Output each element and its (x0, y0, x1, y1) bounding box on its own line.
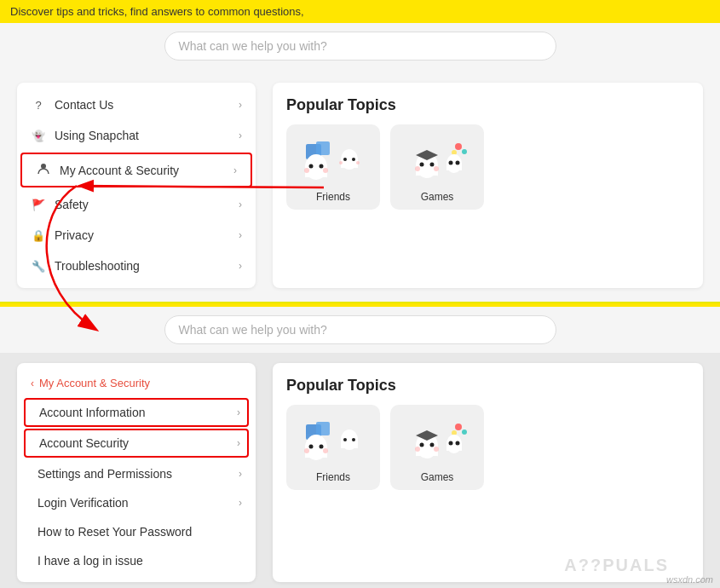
chevron-icon: › (239, 497, 242, 509)
friends-ghost-svg (299, 140, 367, 191)
sub-menu-item-reset-password[interactable]: How to Reset Your Password (17, 517, 256, 546)
svg-point-8 (320, 164, 324, 169)
reset-password-label: How to Reset Your Password (37, 525, 192, 539)
svg-rect-31 (423, 155, 430, 159)
games-label: Games (421, 191, 454, 203)
svg-point-17 (339, 161, 343, 164)
account-icon (36, 163, 51, 177)
my-account-label: My Account & Security (60, 164, 179, 177)
svg-point-43 (320, 445, 324, 449)
sub-menu-item-log-issue[interactable]: I have a log in issue (17, 546, 256, 575)
breadcrumb-row[interactable]: ‹ My Account & Security (17, 370, 256, 396)
back-chevron-icon: ‹ (31, 378, 34, 389)
lock-icon: 🔒 (31, 229, 46, 242)
svg-rect-2 (316, 141, 330, 155)
svg-rect-47 (341, 440, 358, 448)
snapchat-icon: 👻 (31, 130, 46, 142)
bottom-left-menu: ‹ My Account & Security Account Informat… (17, 363, 256, 582)
top-section: Discover tips and tricks, find answers t… (0, 0, 720, 302)
safety-label: Safety (55, 198, 89, 211)
top-main-content: ? Contact Us › 👻 Using Snapchat › (0, 69, 720, 302)
svg-point-35 (456, 161, 460, 165)
svg-rect-64 (423, 435, 430, 439)
login-verification-label: Login Verification (37, 496, 129, 510)
chevron-icon: › (233, 164, 237, 176)
account-information-label: Account Information (39, 406, 146, 419)
svg-point-61 (415, 447, 420, 452)
bottom-friends-label: Friends (316, 471, 350, 483)
svg-point-18 (356, 161, 360, 164)
flag-icon: 🚩 (31, 199, 46, 211)
svg-point-28 (415, 166, 420, 171)
menu-item-troubleshooting[interactable]: 🔧 Troubleshooting › (17, 251, 256, 281)
bottom-section: What can we help you with? ‹ My Account … (0, 307, 720, 588)
bottom-games-label: Games (421, 471, 454, 483)
svg-point-52 (455, 424, 462, 430)
menu-item-using-snapchat[interactable]: 👻 Using Snapchat › (17, 120, 256, 151)
menu-item-safety[interactable]: 🚩 Safety › (17, 189, 256, 220)
svg-rect-66 (446, 444, 462, 451)
wrench-icon: 🔧 (31, 260, 46, 273)
menu-item-contact-us[interactable]: ? Contact Us › (17, 89, 256, 120)
svg-point-20 (462, 149, 467, 154)
bottom-popular-topics-title: Popular Topics (286, 377, 689, 395)
bottom-search-container: What can we help you with? (0, 307, 720, 353)
svg-point-68 (456, 441, 460, 446)
svg-point-10 (323, 168, 328, 173)
svg-point-34 (449, 161, 453, 165)
chevron-icon: › (239, 229, 242, 241)
sub-menu-item-login-verification[interactable]: Login Verification › (17, 488, 256, 517)
bottom-topic-card-friends[interactable]: Friends (286, 405, 380, 490)
watermark: wsxdn.com (666, 574, 713, 585)
top-search-placeholder: What can we help you with? (179, 39, 327, 53)
top-popular-topics: Popular Topics (273, 83, 703, 288)
svg-point-45 (323, 448, 328, 453)
svg-point-29 (434, 166, 439, 171)
troubleshooting-label: Troubleshooting (55, 259, 140, 273)
settings-permissions-label: Settings and Permissions (37, 467, 172, 481)
appuals-watermark: A??PUALS (564, 556, 669, 575)
chevron-icon: › (239, 260, 242, 272)
log-issue-label: I have a log in issue (37, 554, 143, 568)
contact-us-label: Contact Us (55, 98, 113, 112)
bottom-popular-topics: Popular Topics (273, 363, 703, 582)
question-icon: ? (31, 99, 46, 112)
sub-menu-item-settings-permissions[interactable]: Settings and Permissions › (17, 459, 256, 488)
sub-menu-item-account-security[interactable]: Account Security › (24, 429, 249, 458)
top-search-bar[interactable]: What can we help you with? (164, 32, 556, 61)
bottom-main-content: ‹ My Account & Security Account Informat… (0, 353, 720, 588)
topic-card-games[interactable]: Games (390, 124, 484, 210)
chevron-icon: › (239, 199, 242, 210)
bottom-friends-ghost-svg (299, 420, 367, 471)
svg-point-26 (420, 163, 424, 167)
bottom-games-ghost-svg (403, 420, 471, 471)
bottom-topic-card-games[interactable]: Games (390, 405, 484, 490)
svg-point-27 (430, 163, 435, 167)
using-snapchat-label: Using Snapchat (55, 129, 139, 142)
svg-rect-12 (341, 159, 358, 168)
svg-point-50 (343, 438, 347, 441)
svg-point-9 (304, 168, 309, 173)
svg-point-59 (420, 443, 424, 447)
menu-item-my-account[interactable]: My Account & Security › (20, 153, 252, 187)
bottom-search-bar[interactable]: What can we help you with? (164, 315, 556, 344)
sub-menu-item-account-information[interactable]: Account Information › (24, 398, 249, 427)
account-security-label: Account Security (39, 436, 129, 450)
privacy-label: Privacy (55, 228, 94, 242)
svg-point-53 (462, 429, 467, 435)
popular-topics-title: Popular Topics (286, 96, 689, 114)
top-banner: Discover tips and tricks, find answers t… (0, 0, 720, 23)
svg-point-42 (309, 445, 314, 449)
menu-item-privacy[interactable]: 🔒 Privacy › (17, 220, 256, 251)
chevron-icon: › (239, 468, 242, 480)
top-search-container: What can we help you with? (0, 23, 720, 69)
svg-point-60 (430, 443, 435, 447)
bottom-topics-grid: Friends (286, 405, 689, 490)
svg-point-44 (304, 448, 309, 453)
topic-card-friends[interactable]: Friends (286, 124, 380, 210)
bottom-search-placeholder: What can we help you with? (179, 323, 327, 337)
chevron-icon: › (239, 130, 242, 141)
topics-grid: Friends (286, 124, 689, 210)
chevron-icon: › (237, 437, 240, 449)
svg-point-62 (434, 447, 439, 452)
